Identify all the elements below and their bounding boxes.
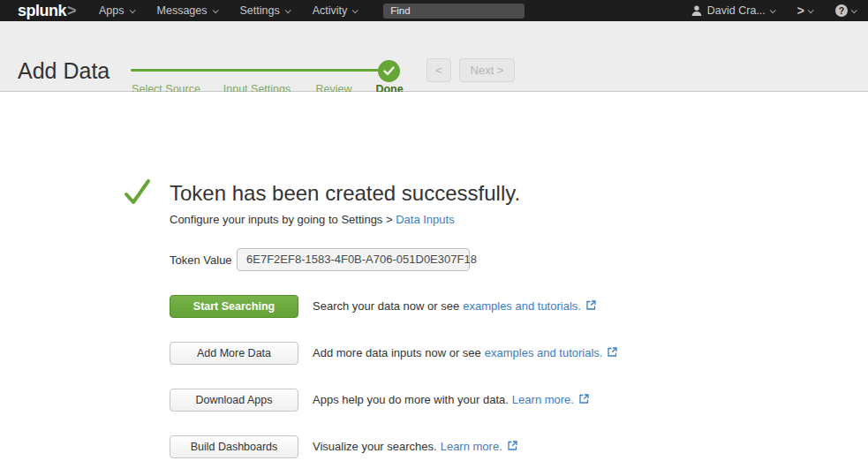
nav-activity-label: Activity bbox=[313, 4, 348, 17]
wizard-progress-line bbox=[131, 69, 381, 72]
token-value-field[interactable]: 6E7F2EF8-1583-4F0B-A706-051D0E307F18 bbox=[237, 248, 470, 271]
action-text: Add more data inputs now or see bbox=[313, 346, 481, 359]
add-more-data-button[interactable]: Add More Data bbox=[170, 342, 298, 365]
external-link-icon bbox=[508, 440, 517, 453]
examples-tutorials-link[interactable]: examples and tutorials. bbox=[485, 346, 603, 359]
nav-messages-menu[interactable]: Messages bbox=[157, 4, 217, 17]
configure-inputs-prefix: Configure your inputs by going to Settin… bbox=[170, 213, 396, 226]
chevron-down-icon bbox=[769, 7, 775, 13]
action-description: Apps help you do more with your data. Le… bbox=[313, 393, 589, 406]
nav-apps-menu[interactable]: Apps bbox=[99, 4, 134, 17]
main-content: Token has been created successfully. Con… bbox=[0, 92, 868, 475]
splunk-mark-icon: > bbox=[797, 4, 804, 18]
nav-activity-menu[interactable]: Activity bbox=[313, 4, 358, 17]
nav-settings-label: Settings bbox=[240, 4, 280, 17]
chevron-down-icon bbox=[212, 7, 218, 13]
splunk-logo[interactable]: splunk > bbox=[18, 2, 76, 20]
success-check-icon bbox=[121, 176, 153, 211]
top-navigation-bar: splunk > Apps Messages Settings Activity… bbox=[0, 0, 868, 21]
find-search-input[interactable] bbox=[383, 4, 525, 19]
splunk-logo-text: splunk bbox=[18, 2, 66, 20]
action-text: Apps help you do more with your data. bbox=[313, 393, 509, 406]
nav-settings-menu[interactable]: Settings bbox=[240, 4, 290, 17]
external-link-icon bbox=[586, 299, 596, 313]
back-button[interactable]: < bbox=[426, 58, 451, 82]
action-description: Visualize your searches. Learn more. bbox=[313, 440, 517, 453]
next-button[interactable]: Next > bbox=[459, 58, 515, 82]
chevron-down-icon bbox=[284, 7, 291, 13]
user-icon bbox=[691, 4, 703, 17]
action-description: Add more data inputs now or see examples… bbox=[313, 346, 617, 359]
data-inputs-link[interactable]: Data Inputs bbox=[396, 213, 455, 226]
action-text: Visualize your searches. bbox=[313, 440, 437, 453]
user-account-menu[interactable]: David Cra... bbox=[691, 4, 774, 17]
chevron-down-icon bbox=[129, 7, 135, 13]
learn-more-link[interactable]: Learn more. bbox=[512, 393, 574, 406]
chevron-down-icon bbox=[352, 7, 359, 13]
page-title: Add Data bbox=[18, 58, 109, 84]
configure-inputs-text: Configure your inputs by going to Settin… bbox=[170, 213, 455, 226]
build-dashboards-button[interactable]: Build Dashboards bbox=[170, 435, 298, 458]
wizard-done-check-icon bbox=[378, 60, 400, 82]
success-message: Token has been created successfully. bbox=[170, 181, 520, 206]
splunk-mark-menu[interactable]: > bbox=[797, 4, 812, 18]
page-header: Add Data Select Source Input Settings Re… bbox=[0, 21, 868, 92]
nav-apps-label: Apps bbox=[99, 4, 125, 17]
splunk-logo-mark: > bbox=[67, 2, 76, 20]
chevron-down-icon bbox=[808, 7, 814, 13]
download-apps-button[interactable]: Download Apps bbox=[170, 389, 298, 412]
start-searching-button[interactable]: Start Searching bbox=[170, 295, 298, 318]
examples-tutorials-link[interactable]: examples and tutorials. bbox=[463, 299, 581, 313]
chevron-down-icon bbox=[851, 7, 857, 13]
help-menu[interactable]: ? bbox=[835, 4, 856, 17]
action-text: Search your data now or see bbox=[313, 299, 459, 313]
user-name: David Cra... bbox=[707, 4, 766, 17]
learn-more-link[interactable]: Learn more. bbox=[441, 440, 502, 453]
external-link-icon bbox=[608, 346, 617, 359]
topbar-right-group: David Cra... > ? bbox=[691, 4, 856, 18]
nav-messages-label: Messages bbox=[157, 4, 208, 17]
external-link-icon bbox=[579, 393, 589, 406]
action-description: Search your data now or see examples and… bbox=[313, 299, 596, 313]
token-value-label: Token Value bbox=[170, 253, 232, 267]
help-icon: ? bbox=[835, 4, 848, 17]
